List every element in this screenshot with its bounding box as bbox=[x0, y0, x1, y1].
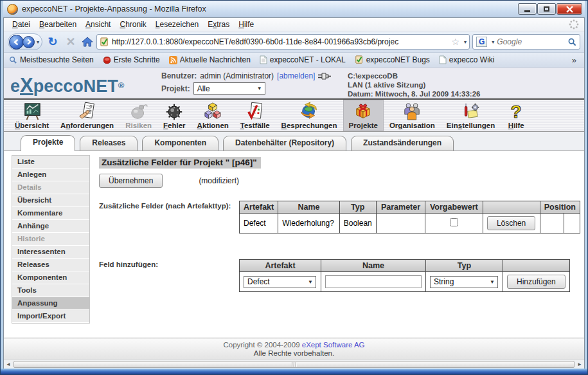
bookmark-star-icon[interactable]: ☆ bbox=[451, 37, 459, 47]
thumb-grip-icon bbox=[294, 362, 294, 367]
search-box[interactable]: G ▾ bbox=[472, 34, 580, 50]
artefakt-select[interactable]: Defect ▼ bbox=[244, 276, 316, 288]
logout-link[interactable]: [abmelden] bbox=[277, 71, 315, 80]
horizontal-scrollbar[interactable]: ◄ ► bbox=[4, 359, 584, 369]
bugs-favicon bbox=[355, 55, 364, 64]
menu-datei[interactable]: Datei bbox=[8, 19, 35, 30]
menu-extras[interactable]: Extras bbox=[203, 19, 234, 30]
sidebar-item-kommentare[interactable]: Kommentare bbox=[12, 207, 89, 220]
close-button[interactable] bbox=[557, 3, 582, 15]
scroll-right-arrow[interactable]: ► bbox=[575, 361, 584, 367]
delete-button[interactable]: Löschen bbox=[487, 216, 535, 230]
bookmark-expecconet-lokal[interactable]: expeccoNET - LOKAL bbox=[260, 55, 346, 64]
sidebar-item-anlegen[interactable]: Anlegen bbox=[12, 169, 89, 181]
toolbar-aktionen[interactable]: Aktionen bbox=[192, 100, 235, 131]
menu-ansicht[interactable]: Ansicht bbox=[81, 19, 115, 30]
sidebar-item-uebersicht[interactable]: Übersicht bbox=[12, 194, 89, 207]
toolbar-einstellungen[interactable]: Einstellungen bbox=[441, 100, 501, 131]
fields-section: Zusätzliche Felder (nach Artefakttyp): A… bbox=[99, 201, 580, 233]
sidebar-item-releases[interactable]: Releases bbox=[12, 259, 89, 271]
reload-button[interactable]: ↻ bbox=[45, 35, 60, 49]
title-bar[interactable]: expeccoNET - Projekte-Anpassung - Mozill… bbox=[3, 1, 585, 17]
url-bar[interactable]: http://127.0.0.1:8080/expeccoNET/e8df039… bbox=[96, 34, 470, 50]
tab-projekte[interactable]: Projekte bbox=[21, 135, 75, 151]
search-icon[interactable] bbox=[568, 38, 576, 46]
col-parameter: Parameter bbox=[376, 201, 425, 214]
add-field-section: Feld hinzufügen: Artefakt Name Typ Defec… bbox=[99, 259, 580, 292]
scrollbar-thumb[interactable] bbox=[13, 361, 575, 368]
content-area: Liste Anlegen Details Übersicht Kommenta… bbox=[4, 151, 584, 338]
bookmark-meistbesuchte-seiten[interactable]: Meistbesuchte Seiten bbox=[9, 55, 94, 64]
toolbar-label: Hilfe bbox=[508, 122, 524, 129]
add-field-label: Feld hinzufügen: bbox=[99, 259, 239, 268]
search-input[interactable] bbox=[497, 37, 566, 46]
sidebar-item-komponenten[interactable]: Komponenten bbox=[12, 271, 89, 284]
menu-chronik[interactable]: Chronik bbox=[115, 19, 150, 30]
forward-button[interactable] bbox=[22, 36, 35, 48]
toolbar-projekte[interactable]: Projekte bbox=[343, 100, 384, 131]
testcases-icon bbox=[245, 102, 265, 121]
toolbar-label: Fehler bbox=[163, 122, 186, 129]
home-button[interactable] bbox=[81, 36, 94, 48]
search-engine-icon[interactable]: G bbox=[476, 37, 487, 47]
default-value-checkbox[interactable] bbox=[450, 218, 458, 226]
minimize-button[interactable] bbox=[518, 3, 537, 15]
typ-select[interactable]: String ▼ bbox=[430, 276, 498, 288]
back-button[interactable] bbox=[9, 35, 24, 50]
project-select[interactable]: Alle ▼ bbox=[193, 82, 265, 95]
search-engine-dropdown-arrow[interactable]: ▾ bbox=[492, 39, 494, 45]
tab-releases[interactable]: Releases bbox=[80, 136, 138, 151]
bookmark-expecconet-bugs[interactable]: expeccoNET Bugs bbox=[355, 55, 430, 64]
url-text[interactable]: http://127.0.0.1:8080/expeccoNET/e8df039… bbox=[112, 37, 449, 46]
menu-bearbeiten[interactable]: Bearbeiten bbox=[35, 19, 81, 30]
error-bomb-icon bbox=[165, 102, 184, 121]
toolbar-hilfe[interactable]: ? Hilfe bbox=[501, 100, 531, 131]
new-field-name-input[interactable] bbox=[325, 275, 422, 288]
page-footer: Copyright © 2004-2009 eXept Software AG … bbox=[4, 338, 584, 359]
bookmark-erste-schritte[interactable]: Erste Schritte bbox=[103, 55, 160, 64]
session-info: C:\expeccoDB LAN (1 aktive Sitzung) Datu… bbox=[348, 71, 480, 98]
history-dropdown-arrow[interactable]: ▾ bbox=[37, 39, 39, 45]
menu-hilfe[interactable]: Hilfe bbox=[234, 19, 258, 30]
bookmark-label: Meistbesuchte Seiten bbox=[20, 55, 94, 64]
toolbar-uebersicht[interactable]: Übersicht bbox=[9, 100, 55, 131]
fields-section-label: Zusätzliche Felder (nach Artefakttyp): bbox=[99, 201, 239, 210]
toolbar-label: Organisation bbox=[389, 122, 435, 129]
artefakt-select-value: Defect bbox=[247, 277, 270, 286]
sidebar-item-anhaenge[interactable]: Anhänge bbox=[12, 220, 89, 233]
tab-datenbehaelter[interactable]: Datenbehälter (Repository) bbox=[223, 136, 346, 151]
getting-started-icon bbox=[103, 56, 111, 64]
toolbar-label: Besprechungen bbox=[281, 122, 337, 129]
toolbar-organisation[interactable]: Organisation bbox=[384, 100, 441, 131]
main-panel: Zusätzliche Felder für Projekt " [p46]" … bbox=[90, 155, 580, 338]
stop-button: ✕ bbox=[63, 35, 78, 49]
scroll-left-arrow[interactable]: ◄ bbox=[4, 361, 13, 367]
app-header: eXpeccoNET® Benutzer: admin (Administrat… bbox=[4, 68, 584, 100]
bookmarks-overflow-chevron[interactable]: » bbox=[572, 55, 579, 65]
back-icon bbox=[13, 39, 20, 46]
tab-komponenten[interactable]: Komponenten bbox=[142, 136, 218, 151]
actions-cubes-icon bbox=[203, 102, 222, 121]
add-button[interactable]: Hinzufügen bbox=[507, 275, 566, 289]
bookmark-aktuelle-nachrichten[interactable]: Aktuelle Nachrichten bbox=[169, 55, 251, 64]
sidebar-item-import-export[interactable]: Import/Export bbox=[12, 310, 89, 323]
sidebar-item-liste[interactable]: Liste bbox=[12, 156, 89, 169]
maximize-button[interactable] bbox=[537, 3, 556, 15]
col-position: Position bbox=[540, 201, 580, 214]
toolbar-anforderungen[interactable]: Anforderungen bbox=[55, 100, 120, 131]
sidebar-item-anpassung[interactable]: Anpassung bbox=[12, 297, 89, 310]
toolbar-testfaelle[interactable]: Testfälle bbox=[235, 100, 276, 131]
menu-lesezeichen[interactable]: Lesezeichen bbox=[151, 19, 203, 30]
toolbar-besprechungen[interactable]: Besprechungen bbox=[276, 100, 343, 131]
sidebar-item-interessenten[interactable]: Interessenten bbox=[12, 246, 89, 259]
window-bottom-frame bbox=[1, 369, 587, 374]
url-dropdown-arrow[interactable]: ▾ bbox=[464, 39, 467, 45]
bookmark-label: Aktuelle Nachrichten bbox=[180, 55, 251, 64]
firefox-icon bbox=[7, 4, 18, 15]
sidebar-item-tools[interactable]: Tools bbox=[12, 284, 89, 297]
bookmark-expecco-wiki[interactable]: expecco Wiki bbox=[439, 55, 495, 64]
apply-button[interactable]: Übernehmen bbox=[99, 174, 163, 188]
company-link[interactable]: eXept Software AG bbox=[302, 341, 365, 349]
toolbar-fehler[interactable]: Fehler bbox=[157, 100, 192, 131]
tab-zustandsaenderungen[interactable]: Zustandsänderungen bbox=[351, 136, 454, 151]
